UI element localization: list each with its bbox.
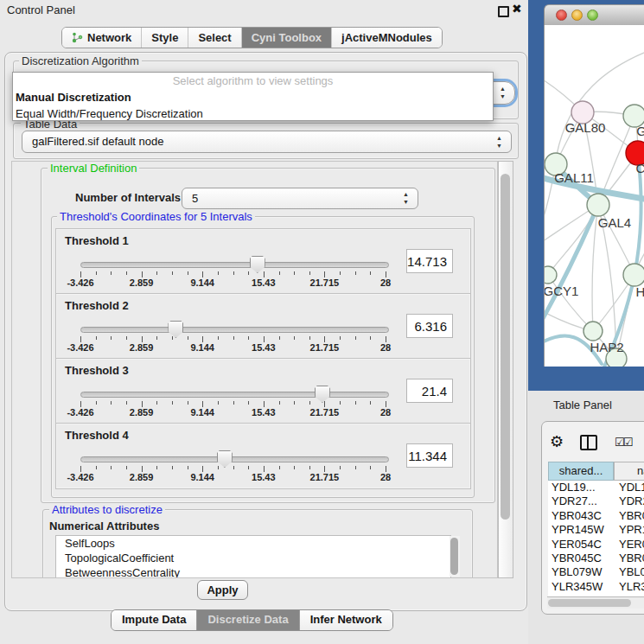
tab-infer-network[interactable]: Infer Network (300, 610, 392, 630)
table-row[interactable]: YBR043CYBR0 (548, 509, 644, 523)
threshold-slider-track[interactable] (80, 262, 389, 268)
tab-style[interactable]: Style (142, 28, 188, 48)
network-node-gcy1[interactable] (545, 266, 557, 284)
slider-tick (264, 466, 265, 472)
slider-tick (324, 466, 325, 472)
slider-tick (264, 401, 265, 407)
slider-tick-label: 28 (380, 342, 391, 353)
slider-tick (126, 271, 127, 275)
tab-discretize-data[interactable]: Discretize Data (197, 610, 299, 630)
slider-tick-label: -3.426 (67, 472, 93, 482)
table-row[interactable]: YDR27...YDR2 (548, 494, 644, 508)
attributes-list-scrollbar[interactable] (450, 536, 460, 577)
slider-tick (80, 401, 81, 407)
slider-tick (355, 401, 356, 405)
table-row[interactable]: YBR045CYBR0 (548, 552, 644, 565)
threshold-value-field[interactable]: 6.316 (406, 314, 453, 338)
network-window-titlebar[interactable] (544, 4, 644, 26)
top-tab-bar: NetworkStyleSelectCyni ToolboxjActiveMNo… (61, 27, 443, 48)
slider-tick-label: 21.715 (310, 407, 340, 418)
network-node-hap2[interactable] (583, 322, 603, 341)
attribute-item[interactable]: SelfLoops (56, 536, 450, 551)
discretization-algorithm-label: Discretization Algorithm (19, 54, 142, 67)
tab-network[interactable]: Network (62, 28, 142, 48)
threshold-slider-track[interactable] (80, 392, 389, 398)
slider-tick (248, 271, 249, 275)
table-data-combo[interactable]: galFiltered.sif default node ▲▼ (22, 131, 512, 153)
cell-shared-name: YBR043C (548, 509, 614, 523)
numerical-attributes-list[interactable]: SelfLoopsTopologicalCoefficientBetweenne… (55, 535, 451, 578)
slider-tick (172, 336, 173, 340)
network-node-h[interactable] (623, 264, 644, 286)
table-row[interactable]: YLR345WYLR3 (548, 580, 644, 594)
threshold-slider-track[interactable] (80, 327, 389, 333)
threshold-value-field[interactable]: 11.344 (406, 443, 453, 468)
control-panel: Control Panel ✖ NetworkStyleSelectCyni T… (0, 0, 530, 644)
slider-tick-label: -3.426 (67, 407, 93, 418)
split-panel-icon[interactable] (580, 435, 597, 450)
number-of-intervals-combo[interactable]: 5 ▲▼ (182, 188, 418, 209)
float-window-icon[interactable] (498, 6, 509, 17)
threshold-value-field[interactable]: 21.4 (406, 379, 453, 403)
popup-item[interactable]: Equal Width/Frequency Discretization (13, 105, 493, 122)
apply-button[interactable]: Apply (197, 580, 248, 600)
checkbox-pair-icon[interactable]: ☑☑ (615, 436, 631, 449)
slider-tick (188, 401, 188, 405)
table-row[interactable]: YPR145WYPR1 (548, 523, 644, 537)
slider-tick (324, 336, 325, 342)
attribute-item[interactable]: BetweennessCentrality (56, 565, 450, 578)
table-row[interactable]: YBL079WYBL0 (548, 565, 644, 579)
threshold-slider-thumb[interactable] (217, 450, 233, 468)
slider-tick (202, 401, 203, 407)
table-header-row: shared... na (548, 462, 644, 481)
window-close-icon[interactable] (556, 10, 567, 21)
gear-icon[interactable]: ⚙ (550, 432, 564, 451)
slider-tick-label: 9.144 (190, 407, 214, 418)
combo-spinner-icon: ▲▼ (498, 85, 507, 100)
slider-tick (172, 271, 173, 275)
slider-tick (279, 336, 280, 340)
table-horizontal-scrollbar[interactable] (547, 596, 644, 609)
slider-tick (218, 401, 219, 405)
table-row[interactable]: YER054CYER0 (548, 538, 644, 552)
tab-jactivemnodules[interactable]: jActiveMNodules (332, 28, 442, 48)
slider-tick-label: 15.43 (252, 342, 276, 353)
network-node-gal4[interactable] (587, 194, 609, 216)
network-canvas[interactable]: GAL80GCGAL11GAL4GCY1HHAP2 (544, 25, 644, 367)
window-zoom-icon[interactable] (587, 10, 598, 21)
tab-select[interactable]: Select (188, 28, 241, 48)
slider-tick (96, 336, 97, 340)
threshold-slider-thumb[interactable] (168, 321, 183, 338)
slider-tick (111, 336, 112, 340)
slider-tick (279, 466, 280, 469)
close-icon[interactable]: ✖ (512, 2, 522, 16)
slider-tick-label: 15.43 (252, 472, 276, 482)
popup-item[interactable]: Manual Discretization (13, 89, 493, 105)
threshold-slider-thumb[interactable] (315, 386, 330, 403)
node-attribute-table[interactable]: shared... na YDL19...YDL1YDR27...YDR2YBR… (548, 462, 644, 597)
table-row[interactable]: YDL19...YDL1 (548, 481, 644, 494)
slider-tick (294, 401, 295, 405)
slider-tick (111, 466, 112, 469)
table-header-shared[interactable]: shared... (548, 462, 614, 481)
tab-impute-data[interactable]: Impute Data (112, 610, 197, 630)
settings-scroll-viewport: Interval Definition Number of Intervals … (11, 161, 498, 578)
table-header-name[interactable]: na (614, 462, 644, 481)
slider-tick (264, 336, 265, 342)
main-scrollbar[interactable] (498, 161, 513, 578)
threshold-value-field[interactable]: 14.713 (406, 249, 453, 273)
cell-name: YBR0 (614, 552, 644, 565)
main-scrollbar-thumb[interactable] (501, 174, 510, 520)
threshold-slider-track[interactable] (80, 456, 389, 462)
attribute-item[interactable]: TopologicalCoefficient (56, 551, 450, 565)
slider-tick (188, 336, 188, 340)
popup-item: Select algorithm to view settings (13, 73, 493, 89)
cell-name: YER0 (614, 538, 644, 552)
threshold-slider-thumb[interactable] (250, 256, 265, 273)
cyni-toolbox-panel: Discretization Algorithm ▲▼ Select algor… (4, 52, 527, 611)
window-minimize-icon[interactable] (571, 10, 583, 21)
control-panel-titlebar: Control Panel ✖ (0, 0, 530, 21)
tab-cyni-toolbox[interactable]: Cyni Toolbox (242, 28, 332, 48)
hscroll-thumb[interactable] (548, 599, 631, 607)
slider-tick (370, 336, 371, 340)
